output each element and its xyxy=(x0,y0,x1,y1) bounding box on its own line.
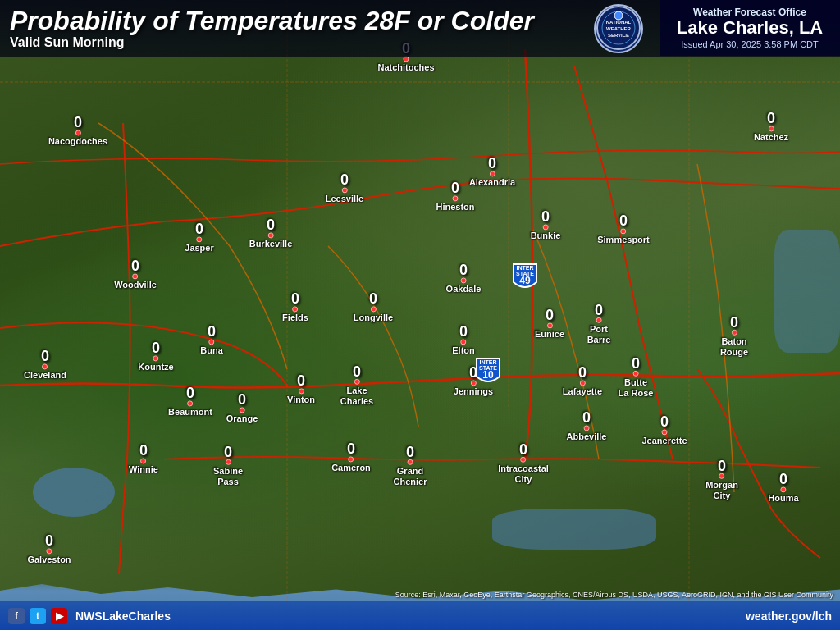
city-dot xyxy=(43,363,48,369)
city-dot xyxy=(153,355,158,361)
probability-value: 0 xyxy=(730,315,738,330)
website-link: weather.gov/lch xyxy=(746,609,832,623)
city-name: Abbeville xyxy=(567,431,607,442)
city-group: 0Kountze xyxy=(138,340,173,372)
city-name: Leesville xyxy=(326,194,363,204)
city-dot xyxy=(769,126,774,131)
map-container: Probability of Temperatures 28F or Colde… xyxy=(0,0,840,630)
city-dot xyxy=(521,457,527,463)
city-dot xyxy=(461,277,467,283)
city-name: Beaumont xyxy=(168,407,212,418)
city-dot xyxy=(620,228,626,234)
probability-value: 0 xyxy=(74,115,82,130)
map-background xyxy=(0,0,840,630)
office-name: Lake Charles, LA xyxy=(669,18,830,38)
city-dot xyxy=(239,407,244,413)
city-dot xyxy=(781,486,787,492)
city-group: 0Vinton xyxy=(287,373,315,405)
city-name: Buna xyxy=(200,345,223,356)
city-group: 0MorganCity xyxy=(705,459,738,501)
city-dot xyxy=(461,339,467,345)
city-name: Galveston xyxy=(27,555,71,565)
probability-value: 0 xyxy=(546,308,554,322)
probability-value: 0 xyxy=(139,443,148,458)
city-group: 0Galveston xyxy=(27,533,71,565)
city-dot xyxy=(209,339,215,345)
city-group: 0BatonRouge xyxy=(720,315,748,358)
social-icons: f t ▶ NWSLakeCharles xyxy=(8,608,171,624)
city-dot xyxy=(349,456,354,462)
probability-value: 0 xyxy=(767,111,775,126)
city-name: BatonRouge xyxy=(720,336,748,358)
city-name: Vinton xyxy=(287,395,315,405)
probability-value: 0 xyxy=(660,414,669,429)
info-box: Weather Forecast Office Lake Charles, LA… xyxy=(660,0,840,56)
city-dot xyxy=(188,400,194,406)
city-group: 0ButteLa Rose xyxy=(619,356,654,399)
nws-logo: NATIONAL WEATHER SERVICE xyxy=(594,4,643,53)
probability-value: 0 xyxy=(459,324,468,339)
city-name: Eunice xyxy=(535,329,564,340)
city-dot xyxy=(354,379,359,385)
svg-text:NATIONAL: NATIONAL xyxy=(606,20,632,25)
water-body-coast xyxy=(492,509,656,550)
city-dot xyxy=(292,306,298,312)
water-body-galveston xyxy=(33,468,115,517)
probability-value: 0 xyxy=(353,364,361,379)
city-group: 0Nacogdoches xyxy=(48,115,107,147)
city-dot xyxy=(75,130,80,135)
probability-value: 0 xyxy=(238,392,246,407)
city-group: 0Cameron xyxy=(331,441,371,473)
probability-value: 0 xyxy=(451,180,459,195)
city-dot xyxy=(490,171,495,176)
issued-text: Issued Apr 30, 2025 3:58 PM CDT xyxy=(669,39,830,49)
city-group: 0Jeanerette xyxy=(641,414,687,446)
city-name: Jasper xyxy=(185,243,213,253)
probability-value: 0 xyxy=(595,303,603,317)
city-dot xyxy=(341,187,347,193)
city-dot xyxy=(403,56,409,62)
city-group: 0Winnie xyxy=(129,443,158,475)
probability-value: 0 xyxy=(541,209,550,224)
city-group: 0SabinePass xyxy=(213,445,243,487)
city-group: 0PortBarre xyxy=(587,303,611,345)
probability-value: 0 xyxy=(267,217,275,232)
city-group: 0Jasper xyxy=(185,221,213,253)
probability-value: 0 xyxy=(459,262,468,277)
city-group: 0Bunkie xyxy=(531,209,561,241)
city-group: 0Burkeville xyxy=(249,217,293,249)
probability-value: 0 xyxy=(779,472,788,486)
city-dot xyxy=(47,548,52,554)
city-name: Cleveland xyxy=(24,370,66,381)
probability-value: 0 xyxy=(582,410,591,425)
probability-value: 0 xyxy=(488,156,496,171)
probability-value: 0 xyxy=(340,172,349,187)
city-name: IntracoastalCity xyxy=(498,463,549,485)
probability-value: 0 xyxy=(152,340,160,355)
city-group: 0Alexandria xyxy=(469,156,515,188)
city-dot xyxy=(268,232,274,238)
probability-value: 0 xyxy=(208,324,216,339)
probability-value: 0 xyxy=(131,258,139,273)
city-group: 0Woodville xyxy=(114,258,157,290)
city-group: 0Orange xyxy=(226,392,258,424)
city-group: 0Longville xyxy=(354,291,393,323)
social-handle: NWSLakeCharles xyxy=(75,609,171,623)
probability-value: 0 xyxy=(297,373,305,388)
city-group: 0Eunice xyxy=(535,308,564,340)
interstate-shield: INTER STATE 49 xyxy=(512,262,538,295)
city-dot xyxy=(584,425,590,431)
city-dot xyxy=(371,306,377,312)
probability-value: 0 xyxy=(45,533,53,548)
city-dot xyxy=(579,380,585,386)
city-dot xyxy=(196,236,202,242)
city-name: Bunkie xyxy=(531,231,561,241)
city-group: 0Beaumont xyxy=(168,386,212,418)
city-name: Longville xyxy=(354,313,393,323)
city-name: MorganCity xyxy=(705,480,738,501)
city-group: 0Simmesport xyxy=(597,213,650,245)
twitter-icon: t xyxy=(30,608,46,624)
city-name: Alexandria xyxy=(469,177,515,188)
city-name: Winnie xyxy=(129,464,158,475)
city-dot xyxy=(632,371,638,377)
